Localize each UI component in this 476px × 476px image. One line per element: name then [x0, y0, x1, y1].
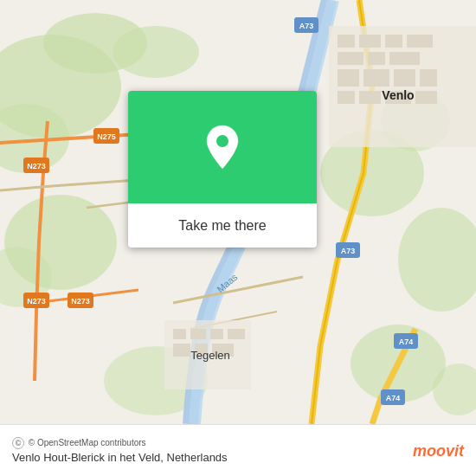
- bottom-bar: © © OpenStreetMap contributors Venlo Hou…: [0, 424, 476, 476]
- svg-rect-34: [173, 344, 190, 357]
- location-pin-icon: [203, 125, 241, 170]
- svg-rect-33: [228, 329, 245, 339]
- copyright-icon: ©: [12, 437, 24, 449]
- svg-text:A74: A74: [399, 338, 414, 346]
- svg-text:A73: A73: [299, 22, 314, 30]
- svg-text:N273: N273: [27, 162, 46, 170]
- svg-rect-16: [385, 35, 402, 48]
- bottom-left-info: © © OpenStreetMap contributors Venlo Hou…: [12, 437, 228, 464]
- svg-rect-30: [173, 329, 186, 339]
- svg-text:A73: A73: [341, 247, 356, 255]
- svg-point-57: [216, 135, 228, 147]
- svg-point-4: [113, 26, 199, 78]
- svg-rect-23: [394, 69, 415, 87]
- svg-text:N273: N273: [27, 297, 46, 306]
- svg-rect-21: [338, 69, 359, 87]
- svg-rect-32: [210, 329, 223, 339]
- svg-rect-19: [368, 52, 385, 65]
- popup-button-area: Take me there: [128, 203, 317, 248]
- popup-green-area: [128, 91, 317, 203]
- svg-text:A74: A74: [386, 394, 401, 402]
- svg-rect-17: [407, 35, 433, 48]
- svg-rect-25: [338, 91, 355, 104]
- osm-credit-text: © OpenStreetMap contributors: [29, 438, 146, 447]
- svg-rect-14: [338, 35, 355, 48]
- moovit-logo: moovit: [413, 443, 464, 459]
- svg-rect-15: [359, 35, 381, 48]
- map-container[interactable]: A73 A73 A74 A74 N275 N273 N273 N273 Venl…: [0, 0, 476, 424]
- svg-text:Venlo: Venlo: [382, 88, 414, 102]
- svg-text:Tegelen: Tegelen: [190, 349, 230, 362]
- svg-text:N273: N273: [71, 297, 90, 306]
- svg-rect-31: [190, 329, 206, 339]
- moovit-logo-text: moovit: [413, 443, 464, 459]
- svg-rect-18: [338, 52, 363, 65]
- location-name: Venlo Hout-Blerick in het Veld, Netherla…: [12, 451, 228, 464]
- svg-rect-20: [389, 52, 420, 65]
- svg-text:N275: N275: [97, 132, 116, 141]
- osm-credit: © © OpenStreetMap contributors: [12, 437, 228, 449]
- svg-rect-26: [359, 91, 381, 104]
- svg-rect-24: [420, 69, 437, 87]
- take-me-there-button[interactable]: Take me there: [142, 215, 303, 237]
- svg-rect-28: [415, 91, 437, 104]
- svg-rect-22: [363, 69, 389, 87]
- popup-card: Take me there: [128, 91, 317, 248]
